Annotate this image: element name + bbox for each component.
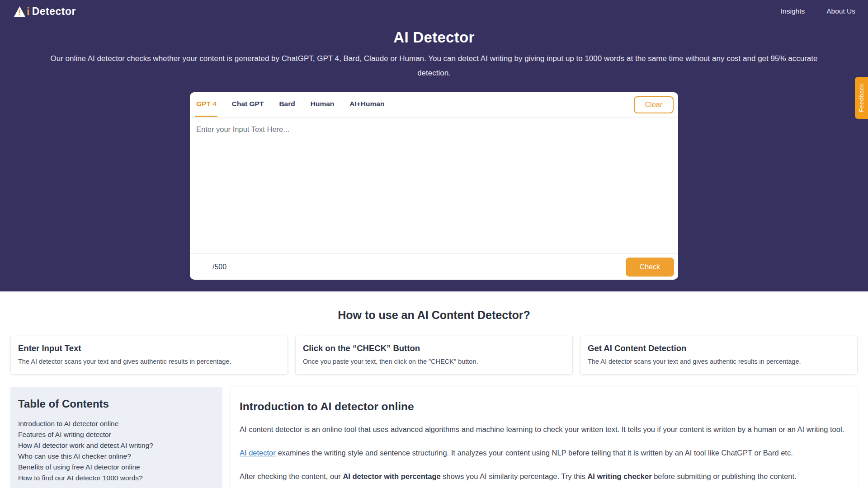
top-navigation-bar: i Detector Insights About Us xyxy=(0,0,868,19)
article-bold-ai-writing-checker: AI writing checker xyxy=(587,472,651,480)
article-paragraph-3-text: After checking the content, our xyxy=(240,472,343,480)
how-to-card-title: Enter Input Text xyxy=(18,343,280,353)
input-area xyxy=(190,117,678,253)
article-title: Introduction to AI detector online xyxy=(240,400,846,413)
how-to-card-description: Once you paste your text, then click on … xyxy=(303,357,565,366)
text-input-field[interactable] xyxy=(190,117,678,253)
toc-item-who-can-use[interactable]: Who can use this AI checker online? xyxy=(18,451,214,462)
toc-item-find-1000-words[interactable]: How to find our AI detector 1000 words? xyxy=(18,473,214,483)
how-to-card-description: The AI detector scans your text and give… xyxy=(588,357,850,366)
logo[interactable]: i Detector xyxy=(14,6,76,17)
how-to-cards: Enter Input Text The AI detector scans y… xyxy=(10,336,858,375)
how-to-section-title: How to use an AI Content Detector? xyxy=(0,309,868,322)
ai-detector-link[interactable]: AI detector xyxy=(240,449,276,457)
article-paragraph-2-text: examines the writing style and sentence … xyxy=(276,449,793,457)
logo-i-letter: i xyxy=(27,6,30,17)
warning-triangle-logo-icon xyxy=(14,6,26,17)
detector-card: GPT 4 Chat GPT Bard Human AI+Human Clear… xyxy=(190,92,678,280)
toc-item-how-it-works[interactable]: How AI detector work and detect AI writi… xyxy=(18,440,214,451)
article-paragraph-1: AI content detector is an online tool th… xyxy=(240,422,846,436)
tab-chatgpt[interactable]: Chat GPT xyxy=(231,92,265,117)
header-nav: Insights About Us xyxy=(781,7,855,15)
tab-ai-plus-human[interactable]: AI+Human xyxy=(349,92,385,117)
article-paragraph-3: After checking the content, our AI detec… xyxy=(240,469,846,483)
hero-section: i Detector Insights About Us AI Detector… xyxy=(0,0,868,291)
how-to-card-get-detection: Get AI Content Detection The AI detector… xyxy=(580,336,858,375)
toc-item-benefits[interactable]: Benefits of using free AI detector onlin… xyxy=(18,462,214,473)
page-title: AI Detector xyxy=(0,29,868,46)
article-paragraph-1-text: AI content detector is an online tool th… xyxy=(240,425,844,433)
how-to-card-enter-input: Enter Input Text The AI detector scans y… xyxy=(10,336,288,375)
toc-list: Introduction to AI detector online Featu… xyxy=(18,418,214,483)
article-paragraph-2: AI detector examines the writing style a… xyxy=(240,446,846,460)
how-to-card-click-check: Click on the “CHECK” Button Once you pas… xyxy=(295,336,573,375)
content-row: Table of Contents Introduction to AI det… xyxy=(10,387,858,488)
tab-human[interactable]: Human xyxy=(310,92,335,117)
feedback-tab[interactable]: Feedback xyxy=(855,77,868,119)
detector-tabs-row: GPT 4 Chat GPT Bard Human AI+Human Clear xyxy=(190,92,678,117)
toc-title: Table of Contents xyxy=(18,398,214,410)
how-to-card-title: Click on the “CHECK” Button xyxy=(303,343,565,353)
detector-tabs: GPT 4 Chat GPT Bard Human AI+Human xyxy=(195,92,385,117)
article-paragraph-3-text: before submitting or publishing the cont… xyxy=(652,472,797,480)
article-bold-ai-detector-with-percentage: AI detector with percentage xyxy=(343,472,440,480)
tab-gpt4[interactable]: GPT 4 xyxy=(195,92,217,117)
how-to-card-title: Get AI Content Detection xyxy=(588,343,850,353)
clear-button[interactable]: Clear xyxy=(634,96,674,113)
logo-wordmark: Detector xyxy=(32,6,76,17)
toc-item-introduction[interactable]: Introduction to AI detector online xyxy=(18,418,214,429)
toc-item-features[interactable]: Features of AI writing detector xyxy=(18,429,214,440)
hero-description: Our online AI detector checks whether yo… xyxy=(34,52,834,80)
table-of-contents: Table of Contents Introduction to AI det… xyxy=(10,387,222,488)
tab-bard[interactable]: Bard xyxy=(278,92,296,117)
word-counter: /500 xyxy=(212,263,226,271)
nav-link-insights[interactable]: Insights xyxy=(781,7,805,15)
nav-link-about-us[interactable]: About Us xyxy=(826,7,855,15)
detector-card-footer: /500 Check xyxy=(190,253,678,280)
article-paragraph-3-text: shows you AI similarity percentage. Try … xyxy=(441,472,588,480)
check-button[interactable]: Check xyxy=(626,258,674,277)
how-to-card-description: The AI detector scans your text and give… xyxy=(18,357,280,366)
article-panel: Introduction to AI detector online AI co… xyxy=(231,387,858,488)
